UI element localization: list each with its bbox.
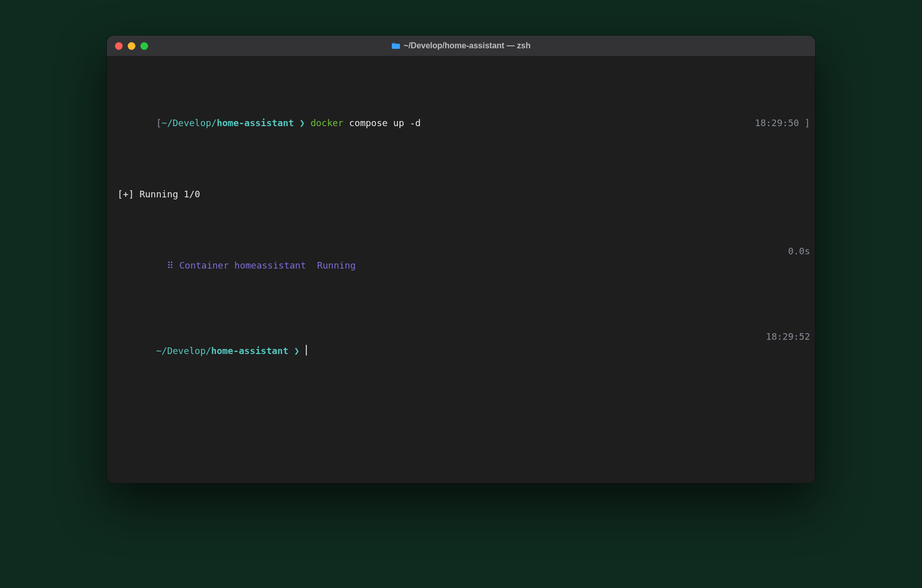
prompt-path-prefix: ~/Develop/	[156, 345, 211, 356]
terminal-line: [+] Running 1/0	[112, 187, 810, 201]
window-title-text: ~/Develop/home-assistant — zsh	[404, 41, 530, 50]
window-titlebar[interactable]: ~/Develop/home-assistant — zsh	[107, 36, 815, 56]
terminal-window: ~/Develop/home-assistant — zsh [~/Develo…	[107, 36, 815, 483]
timestamp: 18:29:50	[755, 117, 799, 128]
spinner-icon: ⠿	[167, 260, 174, 271]
timestamp: 18:29:52	[766, 330, 810, 372]
prompt-path-prefix: ~/Develop/	[162, 117, 217, 128]
terminal-line: [~/Develop/home-assistant ❯ docker compo…	[112, 102, 810, 144]
prompt-symbol: ❯	[294, 117, 311, 128]
prompt-path-dir: home-assistant	[217, 117, 294, 128]
terminal-line: ⠿ Container homeassistant Running 0.0s	[112, 244, 810, 287]
command-word: docker	[310, 117, 343, 128]
minimize-icon[interactable]	[128, 42, 135, 50]
prompt-path-dir: home-assistant	[211, 345, 289, 356]
elapsed-time: 0.0s	[788, 244, 810, 287]
window-controls	[115, 42, 148, 50]
container-status: Running	[317, 260, 356, 271]
folder-icon	[391, 42, 400, 49]
maximize-icon[interactable]	[140, 42, 148, 50]
bracket-close: ]	[799, 117, 810, 128]
bracket-open: [	[156, 117, 162, 128]
terminal-line: ~/Develop/home-assistant ❯ 18:29:52	[112, 330, 810, 372]
container-label: Container homeassistant	[174, 260, 317, 271]
output-text: [+] Running 1/0	[112, 187, 200, 201]
close-icon[interactable]	[115, 42, 123, 50]
terminal-body[interactable]: [~/Develop/home-assistant ❯ docker compo…	[107, 56, 815, 483]
window-title: ~/Develop/home-assistant — zsh	[107, 41, 815, 50]
prompt-symbol: ❯	[289, 345, 305, 356]
command-args: compose up -d	[343, 117, 421, 128]
indent	[156, 260, 167, 271]
